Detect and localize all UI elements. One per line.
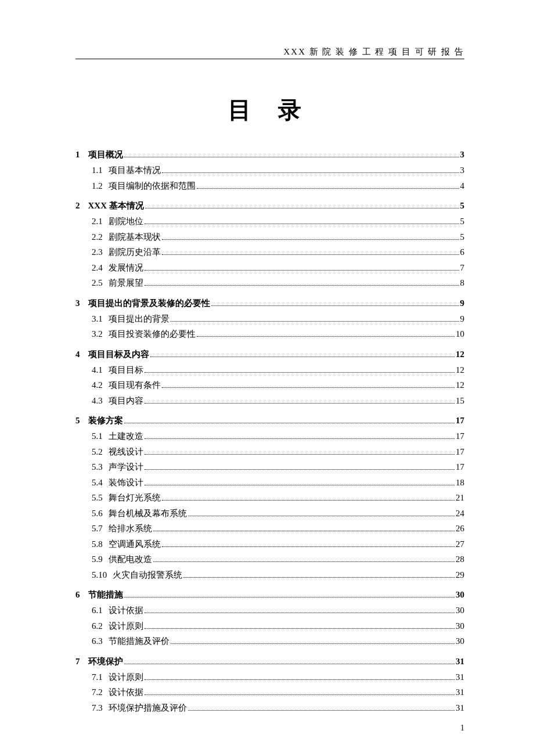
toc-number: 2	[75, 201, 80, 211]
toc-leader-dots	[188, 516, 454, 516]
toc-text: 项目提出的背景	[109, 312, 169, 326]
toc-leader-dots	[153, 561, 454, 562]
page-number: 1	[460, 723, 464, 733]
toc-leader-dots	[197, 336, 454, 337]
toc-leader-dots	[145, 372, 454, 373]
toc-page: 5	[460, 201, 465, 211]
toc-leader-dots	[150, 357, 455, 357]
toc-text: 环境保护	[88, 656, 123, 667]
toc-leader-dots	[145, 613, 454, 613]
toc-page: 29	[456, 568, 464, 582]
toc-text: 火灾自动报警系统	[113, 568, 182, 582]
toc-number: 7.3	[92, 701, 103, 715]
toc-number: 5.9	[92, 553, 103, 566]
toc-text: 项目提出的背景及装修的必要性	[88, 298, 210, 309]
toc-subitem: 5.6舞台机械及幕布系统24	[92, 507, 464, 520]
toc-subitem: 5.3声学设计17	[92, 460, 464, 474]
toc-text: 项目内容	[109, 394, 143, 408]
toc-number: 6.1	[92, 604, 103, 617]
toc-section: 7环境保护31	[75, 656, 464, 667]
toc-subitem: 2.1剧院地位5	[92, 215, 464, 228]
toc-page: 9	[460, 312, 465, 326]
toc-number: 6.2	[92, 620, 103, 633]
toc-text: 环境保护措施及评价	[109, 701, 187, 715]
toc-subitem: 5.5舞台灯光系统21	[92, 491, 464, 505]
toc-page: 27	[456, 538, 464, 551]
toc-leader-dots	[124, 423, 455, 423]
toc-subitem: 1.2项目编制的依据和范围4	[92, 179, 464, 193]
toc-text: 项目目标	[109, 363, 143, 377]
toc-leader-dots	[197, 188, 459, 189]
toc-number: 4.2	[92, 379, 103, 392]
toc-section: 1项目概况3	[75, 149, 464, 160]
toc-number: 4.1	[92, 363, 103, 377]
toc-leader-dots	[171, 643, 454, 644]
toc-number: 5.10	[92, 568, 107, 582]
toc-text: 剧院地位	[109, 215, 143, 228]
toc-page: 12	[456, 379, 464, 392]
toc-text: 剧院历史沿革	[109, 246, 161, 259]
toc-page: 8	[460, 276, 465, 290]
toc-number: 5.4	[92, 476, 103, 489]
toc-number: 5.7	[92, 522, 103, 535]
toc-text: 剧院基本现状	[109, 231, 161, 244]
toc-subitem: 6.2设计原则30	[92, 620, 464, 633]
toc-text: 发展情况	[109, 261, 143, 275]
toc-number: 6.3	[92, 635, 103, 648]
toc-text: 空调通风系统	[109, 538, 161, 551]
toc-leader-dots	[145, 694, 454, 695]
toc-number: 6	[75, 590, 80, 600]
toc-text: 供配电改造	[109, 553, 152, 566]
toc-leader-dots	[124, 597, 455, 597]
toc-subitem: 4.2项目现有条件12	[92, 379, 464, 392]
toc-text: 项目目标及内容	[88, 349, 149, 360]
toc-page: 26	[456, 522, 464, 535]
toc-number: 4	[75, 350, 80, 359]
toc-page: 30	[456, 604, 464, 617]
toc-leader-dots	[145, 485, 454, 485]
toc-page: 6	[460, 246, 465, 259]
toc-leader-dots	[171, 321, 459, 322]
toc-page: 18	[456, 476, 464, 489]
toc-number: 7.2	[92, 686, 103, 699]
toc-text: 土建改造	[109, 430, 143, 443]
toc-page: 9	[460, 298, 465, 308]
toc-number: 2.1	[92, 215, 103, 228]
toc-text: 舞台灯光系统	[109, 491, 161, 505]
toc-text: 设计原则	[109, 620, 143, 633]
toc-number: 3	[75, 298, 80, 308]
toc-page: 28	[456, 553, 464, 566]
toc-leader-dots	[124, 157, 459, 157]
toc-leader-dots	[145, 454, 454, 455]
toc-subitem: 5.4装饰设计18	[92, 476, 464, 489]
page-title: 目 录	[75, 94, 464, 126]
toc-subitem: 7.1设计原则31	[92, 671, 464, 684]
table-of-contents: 1项目概况31.1项目基本情况31.2项目编制的依据和范围42XXX 基本情况5…	[75, 149, 464, 714]
toc-number: 5.8	[92, 538, 103, 551]
toc-text: 前景展望	[109, 276, 143, 290]
toc-page: 3	[460, 164, 465, 177]
toc-number: 5.5	[92, 491, 103, 505]
toc-page: 5	[460, 215, 465, 228]
toc-page: 24	[456, 507, 464, 520]
toc-subitem: 2.2剧院基本现状5	[92, 231, 464, 244]
toc-leader-dots	[162, 500, 454, 501]
toc-number: 5.6	[92, 507, 103, 520]
toc-number: 4.3	[92, 394, 103, 408]
toc-page: 17	[456, 416, 464, 426]
toc-leader-dots	[153, 531, 454, 531]
toc-text: 视线设计	[109, 445, 143, 459]
toc-number: 5.2	[92, 445, 103, 459]
toc-page: 10	[456, 327, 464, 341]
toc-text: 设计原则	[109, 671, 143, 684]
toc-page: 31	[456, 671, 464, 684]
toc-subitem: 3.2项目投资装修的必要性10	[92, 327, 464, 341]
toc-leader-dots	[145, 469, 454, 470]
toc-leader-dots	[162, 172, 459, 173]
toc-page: 31	[456, 701, 464, 715]
toc-page: 12	[456, 350, 464, 359]
toc-number: 1.1	[92, 164, 103, 177]
toc-text: 项目基本情况	[109, 164, 161, 177]
toc-number: 7	[75, 657, 80, 667]
toc-leader-dots	[145, 270, 459, 271]
